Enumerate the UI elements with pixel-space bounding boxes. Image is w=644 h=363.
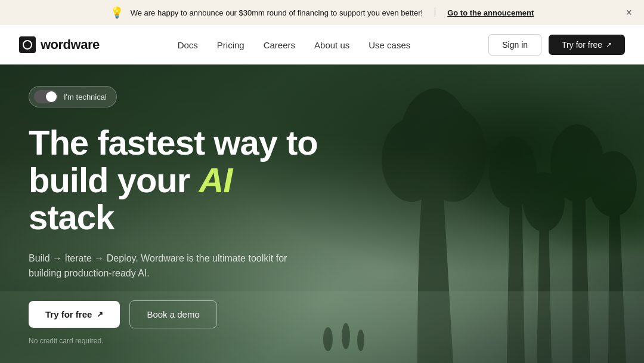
hero-try-arrow-icon: ↗ <box>97 310 103 319</box>
technical-toggle-switch[interactable] <box>34 90 58 103</box>
toggle-knob <box>46 91 57 102</box>
headline-part1: The fastest way to build your AI <box>29 123 318 199</box>
hero-headline: The fastest way to build your AI stack <box>29 124 398 236</box>
toggle-label: I'm technical <box>64 93 107 101</box>
nav-link-careers[interactable]: Careers <box>264 40 295 50</box>
hero-section: I'm technical The fastest way to build y… <box>0 64 644 363</box>
hero-book-demo-button[interactable]: Book a demo <box>129 300 216 328</box>
hero-try-free-button[interactable]: Try for free ↗ <box>29 301 120 328</box>
announcement-bar: 💡 We are happy to announce our $30mm rou… <box>0 0 644 25</box>
try-arrow-icon: ↗ <box>606 41 612 49</box>
headline-ai-highlight: AI <box>199 161 232 199</box>
headline-part2: stack <box>29 198 114 236</box>
logo-icon-inner <box>23 40 32 50</box>
hero-content: I'm technical The fastest way to build y… <box>0 64 644 363</box>
announcement-close-button[interactable]: × <box>626 7 632 18</box>
hero-subtext: Build → Iterate → Deploy. Wordware is th… <box>29 251 315 281</box>
logo-text: wordware <box>41 37 100 53</box>
hero-actions: Try for free ↗ Book a demo <box>29 300 615 328</box>
try-for-free-button[interactable]: Try for free ↗ <box>549 35 625 55</box>
technical-toggle-container[interactable]: I'm technical <box>29 86 117 107</box>
nav-link-docs[interactable]: Docs <box>178 40 198 50</box>
logo[interactable]: wordware <box>19 36 100 53</box>
try-for-free-label: Try for free <box>562 40 602 50</box>
sign-in-button[interactable]: Sign in <box>488 34 541 56</box>
hero-disclaimer: No credit card required. <box>29 337 615 345</box>
nav-link-pricing[interactable]: Pricing <box>217 40 244 50</box>
announcement-icon: 💡 <box>110 6 123 19</box>
announcement-text: We are happy to announce our $30mm round… <box>131 8 423 17</box>
hero-try-free-label: Try for free <box>45 309 92 319</box>
nav-link-about-us[interactable]: About us <box>314 40 349 50</box>
logo-icon <box>19 36 36 53</box>
nav-actions: Sign in Try for free ↗ <box>488 34 625 56</box>
announcement-link[interactable]: Go to the annoucement <box>447 8 534 17</box>
announcement-divider <box>435 8 435 17</box>
navbar: wordware Docs Pricing Careers About us U… <box>0 25 644 64</box>
nav-link-use-cases[interactable]: Use cases <box>369 40 410 50</box>
nav-links: Docs Pricing Careers About us Use cases <box>178 40 411 50</box>
